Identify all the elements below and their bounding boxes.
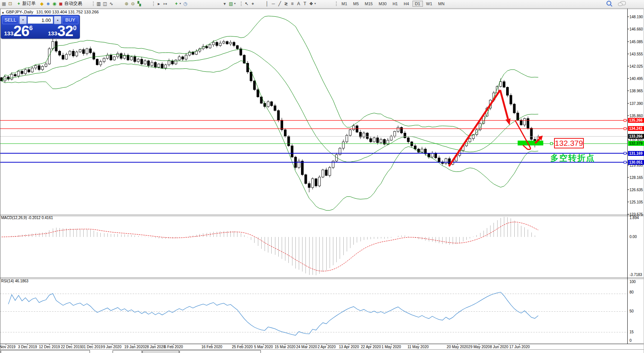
- timeframe-m30[interactable]: M30: [376, 1, 389, 7]
- toolbar-grip[interactable]: [336, 1, 337, 6]
- dropdown-icon[interactable]: ▾: [221, 1, 228, 7]
- sell-price-big: 26: [13, 23, 29, 38]
- template-icon-caret[interactable]: ▾: [234, 2, 236, 5]
- zoom-in-icon[interactable]: ⊕: [123, 1, 130, 7]
- symbol-period-label: GBPJPY-,Daily: [6, 10, 33, 14]
- timeframe-mn[interactable]: MN: [436, 1, 447, 7]
- chart-shift-icon[interactable]: ↦: [162, 1, 168, 7]
- toolbar-right-icons: [606, 1, 626, 6]
- template-icon[interactable]: ▧: [228, 1, 234, 7]
- text-label-icon[interactable]: T: [302, 1, 308, 7]
- timeframe-h4[interactable]: H4: [401, 1, 411, 7]
- cursor-icon[interactable]: ↖: [243, 1, 250, 7]
- macd-indicator-label: MACD(12,26,9) -0.2012 0.4161: [1, 216, 53, 220]
- new-order-icon-label[interactable]: 新订单: [22, 0, 36, 7]
- timeframe-m15[interactable]: M15: [362, 1, 375, 7]
- chart-window-icon[interactable]: ▦: [1, 1, 7, 7]
- tile-windows-icon[interactable]: ▚: [136, 1, 142, 7]
- bollinger-upper-band: [1, 16, 538, 136]
- price-tick-label: 148.190: [630, 15, 644, 19]
- autotrading-icon[interactable]: ◼: [58, 1, 64, 7]
- chart-tab[interactable]: [1, 350, 90, 353]
- hline-handle[interactable]: [624, 128, 626, 130]
- rsi-layer: [8, 292, 538, 335]
- text-icon[interactable]: A: [295, 1, 302, 7]
- toolbar-grip[interactable]: [153, 1, 154, 6]
- bollinger-middle-band: [1, 49, 538, 162]
- buy-price-prefix: 133: [48, 30, 57, 36]
- rsi-axis-label: 80: [630, 290, 634, 294]
- chat-icon[interactable]: [620, 1, 626, 5]
- macd-layer: [1, 217, 538, 275]
- toolbar-group: ↖⌖: [241, 0, 256, 7]
- chart-profile-icon[interactable]: ⊡: [7, 1, 13, 7]
- main-toolbar: ▦⊡+新订单◆☻◉◼自动交易▥◫∿⊕⊖▚▸↦+▾◷▾▧▾↖⌖│─╱≷≡AT❖▾M…: [0, 0, 644, 8]
- chart-tab[interactable]: [179, 350, 261, 353]
- timeframe-m5[interactable]: M5: [350, 1, 361, 7]
- decline-trend-arrow-head: [505, 118, 511, 125]
- price-annotation-label[interactable]: 132.379: [554, 138, 584, 148]
- buy-price[interactable]: 133 32 0: [48, 23, 77, 38]
- zoom-out-icon[interactable]: ⊖: [130, 1, 136, 7]
- bollinger-lower-band: [1, 61, 538, 211]
- toolbar-group: ▸↦: [153, 0, 168, 7]
- date-label: 13 Apr 2020: [339, 345, 359, 349]
- toolbar-group: +▾◷: [173, 0, 188, 7]
- timeframe-h1[interactable]: H1: [390, 1, 400, 7]
- search-icon[interactable]: [606, 1, 611, 6]
- vertical-line-icon[interactable]: │: [264, 1, 270, 7]
- candlestick-layer: [0, 16, 539, 211]
- date-label: 25 Feb 2020: [232, 345, 253, 349]
- rsi-indicator-label: RSI(14) 46.1863: [1, 279, 28, 283]
- price-badge-132.379: 132.379: [628, 141, 644, 146]
- date-label: 1 May 2020: [382, 345, 401, 349]
- date-label: 9 Jan 2020: [103, 345, 122, 349]
- chart-tab[interactable]: [142, 350, 179, 353]
- hline-handle[interactable]: [624, 152, 626, 154]
- chart-canvas[interactable]: [0, 0, 644, 353]
- timeframe-m1[interactable]: M1: [339, 1, 350, 7]
- chart-tab[interactable]: [113, 350, 142, 353]
- metaeditor-icon[interactable]: ◆: [39, 1, 45, 7]
- date-label: 17 Jun 2020: [509, 345, 530, 349]
- price-tick-label: 143.555: [630, 52, 644, 56]
- new-order-icon[interactable]: +: [16, 1, 22, 7]
- candlestick-chart-icon[interactable]: ◫: [102, 1, 108, 7]
- trendline-icon[interactable]: ╱: [276, 1, 283, 7]
- price-tick-label: 142.025: [630, 64, 644, 68]
- toolbar-grip[interactable]: [93, 1, 94, 6]
- timeframe-d1[interactable]: D1: [412, 1, 423, 7]
- sell-price-sup: 6: [29, 25, 33, 32]
- community-icon[interactable]: ☻: [45, 1, 51, 7]
- fibo-retracement-icon[interactable]: ≷: [283, 1, 289, 7]
- horizontal-line-icon[interactable]: ─: [270, 1, 276, 7]
- sell-price[interactable]: 133 26 6: [4, 23, 33, 38]
- macd-axis-label: -3.7183: [630, 273, 642, 277]
- hline-handle[interactable]: [624, 119, 626, 122]
- date-label: 3 Dec 2019: [18, 345, 37, 349]
- timeframe-w1[interactable]: W1: [424, 1, 435, 7]
- signals-icon[interactable]: ◉: [51, 1, 58, 7]
- clock-icon[interactable]: ◷: [182, 1, 188, 7]
- crosshair-icon[interactable]: ⌖: [250, 1, 256, 7]
- indicators-icon[interactable]: +: [173, 1, 179, 7]
- volume-input[interactable]: [27, 16, 53, 24]
- rally-trend-arrow[interactable]: [449, 90, 500, 166]
- autoscroll-icon[interactable]: ▸: [156, 1, 162, 7]
- turning-point-annotation[interactable]: 多空转折点: [550, 153, 595, 164]
- hline-handle[interactable]: [550, 142, 553, 145]
- date-label: 4 Nov 2019: [0, 345, 16, 349]
- date-label: 8 Jun 2020: [490, 345, 508, 349]
- fibo-expansion-icon[interactable]: ≡: [289, 1, 295, 7]
- autotrading-icon-label[interactable]: 自动交易: [64, 0, 82, 7]
- hline-handle[interactable]: [624, 161, 626, 163]
- date-label: 24 Mar 2020: [296, 345, 317, 349]
- toolbar-grip[interactable]: [241, 1, 242, 6]
- arrows-icon[interactable]: ❖: [308, 1, 314, 7]
- price-tick-label: 138.965: [630, 89, 644, 93]
- line-chart-icon[interactable]: ∿: [108, 1, 114, 7]
- arrows-icon-caret[interactable]: ▾: [314, 2, 316, 5]
- bar-chart-icon[interactable]: ▥: [96, 1, 102, 7]
- support-zone-rect[interactable]: [518, 141, 543, 145]
- indicators-icon-caret[interactable]: ▾: [179, 2, 181, 5]
